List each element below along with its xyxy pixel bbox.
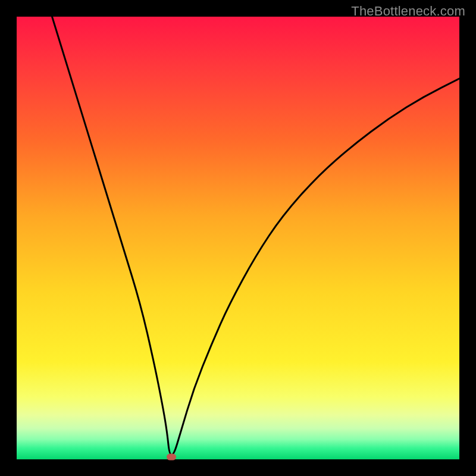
curve-line — [52, 17, 459, 455]
chart-frame — [17, 17, 459, 459]
chart-plot — [17, 17, 459, 459]
minimum-marker — [167, 454, 176, 461]
